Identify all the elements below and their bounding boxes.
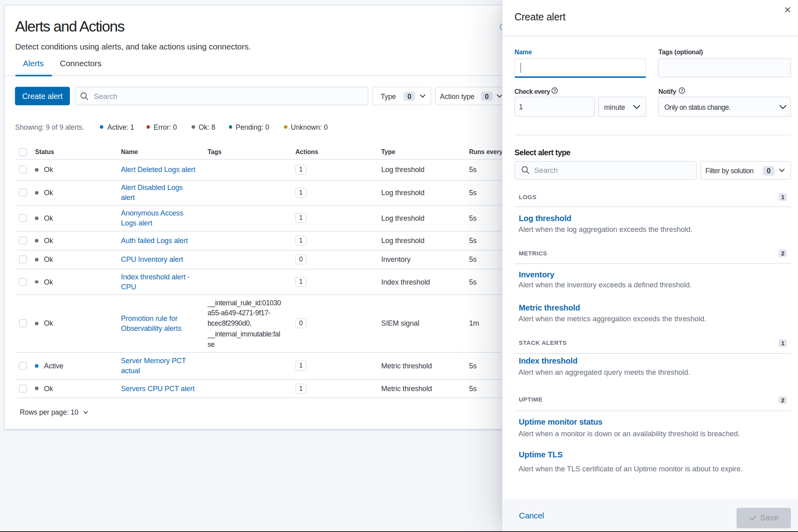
svg-text:?: ? bbox=[553, 88, 556, 93]
svg-text:?: ? bbox=[681, 88, 683, 93]
